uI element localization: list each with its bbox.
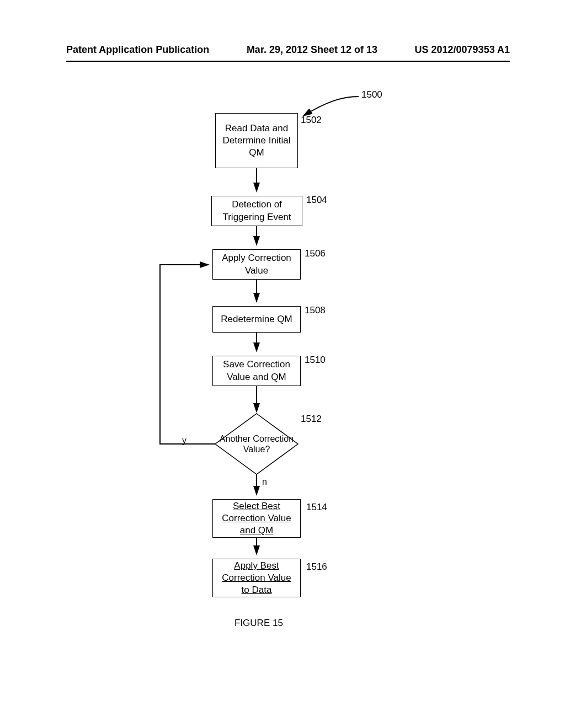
step-1506: Apply Correction Value xyxy=(212,249,301,280)
ref-1510: 1510 xyxy=(305,355,326,366)
header-rule xyxy=(66,61,510,62)
arrow-1504-1506 xyxy=(256,226,257,249)
header-left: Patent Application Publication xyxy=(66,44,209,56)
page: Patent Application Publication Mar. 29, … xyxy=(0,0,565,728)
header-right: US 2012/0079353 A1 xyxy=(415,44,510,56)
ref-1508: 1508 xyxy=(305,305,326,316)
ref-1506: 1506 xyxy=(305,248,326,259)
arrow-1508-1510 xyxy=(256,333,257,356)
step-1504: Detection of Triggering Event xyxy=(211,196,302,226)
figure-label: FIGURE 15 xyxy=(234,618,283,629)
ref-1516: 1516 xyxy=(306,561,327,572)
ref-1502: 1502 xyxy=(301,115,322,126)
step-1508: Redetermine QM xyxy=(212,306,301,333)
decision-1512-label: Another Correction Value? xyxy=(215,414,298,474)
arrow-1514-1516 xyxy=(256,538,257,559)
step-1502: Read Data and Determine Initial QM xyxy=(215,113,298,168)
ref-1514: 1514 xyxy=(306,502,327,513)
decision-1512: Another Correction Value? xyxy=(215,414,298,474)
header-center: Mar. 29, 2012 Sheet 12 of 13 xyxy=(247,44,377,56)
step-1514: Select Best Correction Value and QM xyxy=(212,499,301,538)
decision-no-label: n xyxy=(262,477,267,487)
arrow-1506-1508 xyxy=(256,280,257,306)
overall-ref: 1500 xyxy=(361,89,382,100)
flowchart: 1500 Read Data and Determine Initial QM … xyxy=(0,83,565,689)
arrow-1510-1512 xyxy=(256,386,257,416)
arrow-1502-1504 xyxy=(256,168,257,196)
ref-1512: 1512 xyxy=(301,414,322,425)
page-header: Patent Application Publication Mar. 29, … xyxy=(66,44,510,56)
step-1510: Save Correction Value and QM xyxy=(212,356,301,386)
step-1516: Apply Best Correction Value to Data xyxy=(212,559,301,597)
loop-yes-1512-1506 xyxy=(160,262,221,449)
ref-1504: 1504 xyxy=(306,195,327,206)
arrow-1512-1514 xyxy=(256,474,257,499)
